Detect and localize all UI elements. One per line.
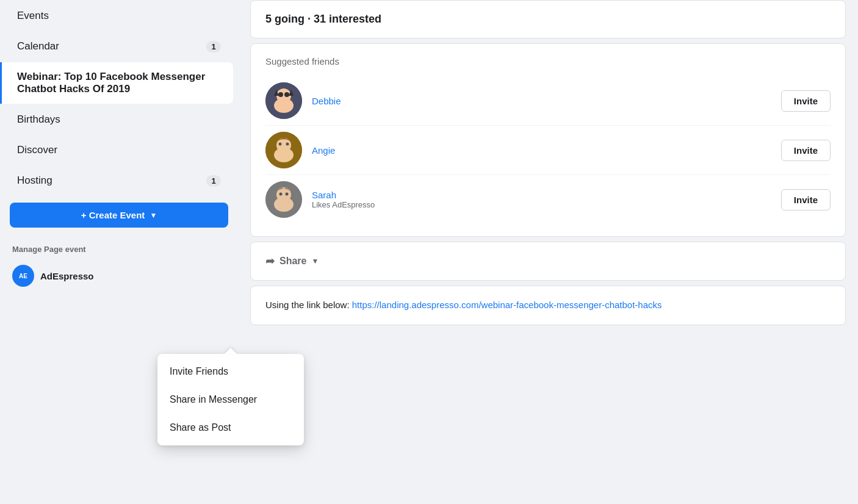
share-dropdown-menu: Invite Friends Share in Messenger Share …: [157, 354, 304, 445]
sidebar-item-discover[interactable]: Discover: [5, 135, 233, 165]
create-event-button[interactable]: + Create Event ▼: [10, 203, 228, 228]
avatar-sarah: [265, 181, 302, 218]
invite-button-debbie[interactable]: Invite: [781, 90, 831, 112]
svg-point-5: [278, 92, 283, 97]
svg-point-17: [279, 193, 283, 196]
dropdown-item-share-messenger[interactable]: Share in Messenger: [157, 386, 304, 414]
share-arrow-icon: ➦: [265, 254, 275, 268]
friend-info-debbie: Debbie: [312, 96, 781, 106]
friend-name-sarah: Sarah: [312, 190, 781, 200]
page-name: AdEspresso: [40, 271, 94, 281]
invite-button-angie[interactable]: Invite: [781, 140, 831, 161]
create-event-label: + Create Event: [81, 210, 145, 220]
friend-row-sarah: Sarah Likes AdEspresso Invite: [265, 175, 831, 224]
svg-point-18: [286, 193, 289, 196]
sidebar-item-events[interactable]: Events: [5, 1, 233, 31]
adespresso-logo: AE: [12, 265, 34, 287]
sidebar-item-hosting[interactable]: Hosting 1: [5, 166, 233, 195]
going-stats: 5 going · 31 interested: [265, 13, 831, 26]
adespresso-page-item[interactable]: AE AdEspresso: [0, 259, 238, 293]
sidebar-item-calendar[interactable]: Calendar 1: [5, 32, 233, 61]
desc-prefix: U: [265, 300, 272, 310]
friend-name-angie: Angie: [312, 145, 781, 156]
invite-button-sarah[interactable]: Invite: [781, 189, 831, 211]
svg-point-12: [279, 143, 282, 146]
dropdown-item-share-post[interactable]: Share as Post: [157, 414, 304, 442]
share-section: ➦ Share ▼: [250, 242, 846, 281]
friend-name-debbie: Debbie: [312, 96, 781, 106]
calendar-badge: 1: [206, 41, 221, 52]
share-label: Share: [279, 256, 306, 267]
dropdown-item-invite-friends[interactable]: Invite Friends: [157, 358, 304, 386]
svg-text:AE: AE: [19, 273, 27, 279]
suggested-friends-label: Suggested friends: [265, 56, 831, 67]
angie-avatar-img: [265, 132, 302, 168]
share-button[interactable]: ➦ Share ▼: [265, 252, 319, 270]
avatar-debbie: [265, 82, 302, 119]
chevron-down-icon: ▼: [150, 211, 157, 220]
svg-point-6: [284, 92, 289, 97]
friend-sub-sarah: Likes AdEspresso: [312, 200, 781, 209]
hosting-badge: 1: [206, 175, 221, 187]
desc-ow: ow:: [335, 300, 352, 310]
going-stats-card: 5 going · 31 interested: [250, 0, 846, 38]
adespresso-icon: AE: [16, 269, 30, 283]
desc-middle: sing the link bel: [272, 300, 335, 310]
svg-point-13: [286, 143, 289, 146]
share-chevron-icon: ▼: [311, 257, 319, 265]
description-text: Using the link below: https://landing.ad…: [265, 298, 831, 312]
sidebar-item-birthdays[interactable]: Birthdays: [5, 105, 233, 134]
manage-page-section: Manage Page event: [0, 235, 238, 259]
debbie-avatar-img: [265, 82, 302, 119]
description-card: Using the link below: https://landing.ad…: [250, 286, 846, 325]
friend-row-angie: Angie Invite: [265, 126, 831, 175]
suggested-friends-card: Suggested friends Debbie Invite: [250, 43, 846, 237]
sarah-avatar-img: [265, 181, 302, 218]
svg-point-16: [276, 187, 291, 202]
friend-info-sarah: Sarah Likes AdEspresso: [312, 190, 781, 209]
friend-row-debbie: Debbie Invite: [265, 76, 831, 126]
main-content: 5 going · 31 interested Suggested friend…: [238, 0, 858, 504]
friend-info-angie: Angie: [312, 145, 781, 156]
sidebar-item-webinar[interactable]: Webinar: Top 10 Facebook Messenger Chatb…: [0, 62, 233, 104]
description-link[interactable]: https://landing.adespresso.com/webinar-f…: [352, 300, 662, 310]
avatar-angie: [265, 132, 302, 168]
dropdown-arrow: [225, 348, 237, 354]
